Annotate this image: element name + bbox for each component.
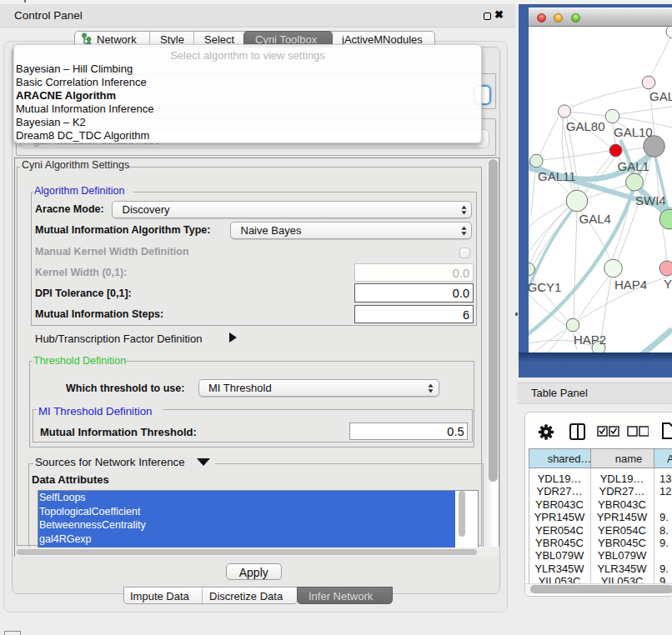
svg-text:GAL10: GAL10 — [614, 125, 653, 139]
svg-text:GAL4: GAL4 — [579, 212, 611, 226]
svg-text:GAL1: GAL1 — [618, 159, 649, 173]
svg-text:GAL80: GAL80 — [566, 119, 605, 133]
svg-text:SWI4: SWI4 — [635, 193, 666, 208]
svg-text:HAP4: HAP4 — [614, 278, 647, 292]
svg-text:GAL11: GAL11 — [538, 169, 576, 183]
svg-text:GAL2: GAL2 — [649, 89, 672, 103]
svg-text:Y: Y — [664, 277, 672, 291]
svg-text:HAP2: HAP2 — [574, 332, 606, 347]
svg-text:GCY1: GCY1 — [529, 280, 561, 294]
